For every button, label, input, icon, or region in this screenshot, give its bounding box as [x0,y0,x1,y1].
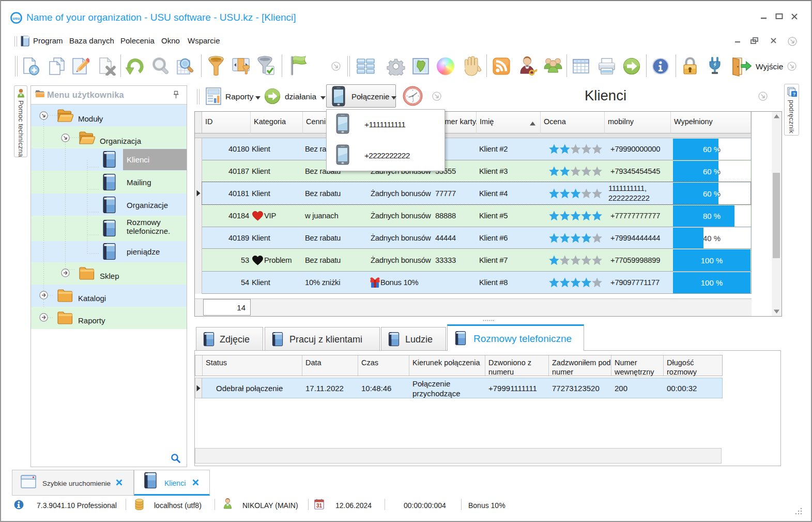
svg-text:31: 31 [316,503,323,509]
svg-text:?: ? [792,92,795,97]
svg-text:usu: usu [12,16,20,21]
